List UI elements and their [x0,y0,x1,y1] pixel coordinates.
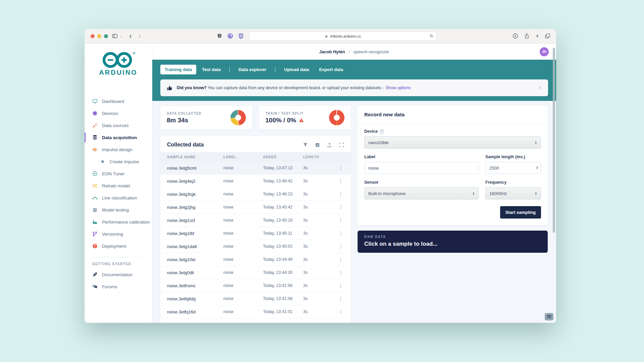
table-row[interactable]: noise.3etfromc noise Today, 13:41:58 3s … [160,279,351,292]
brand-wordmark: ARDUINO [85,69,152,76]
sidebar-item-forums[interactable]: Forums [85,281,152,293]
collected-data-title: Collected data [167,142,303,148]
sidebar-item-label: EON Tuner [102,171,125,176]
row-menu-icon[interactable]: ⋮ [337,204,344,210]
cell-added: Today, 13:45:18 [263,218,303,223]
close-window-button[interactable] [91,34,95,38]
cell-label: noise [223,192,263,196]
tab-upload-data[interactable]: Upload data [280,65,313,74]
row-menu-icon[interactable]: ⋮ [337,283,344,288]
stepper-icon[interactable]: ▲▼ [536,166,538,169]
table-row[interactable]: noise.3etg3rgk noise Today, 13:46:23 3s … [160,188,351,201]
table-row[interactable]: noise.3etfq8dg noise Today, 13:41:08 3s … [160,292,351,305]
sidebar-item-versioning[interactable]: Versioning [85,228,152,240]
tab-overview-icon[interactable] [545,33,550,39]
minimize-window-button[interactable] [97,34,101,38]
close-icon[interactable]: × [539,85,542,91]
extension-blocker-icon[interactable] [227,33,233,39]
breadcrumb-user[interactable]: Jacob Hylén [319,49,345,54]
show-options-link[interactable]: Show options [385,85,411,90]
scrollbar[interactable] [553,48,555,233]
tab-training-data[interactable]: Training data [160,65,196,74]
reload-icon[interactable]: ↻ [430,34,433,39]
zoom-window-button[interactable] [104,34,108,38]
downloads-icon[interactable] [513,33,518,39]
feedback-widget-button[interactable] [545,313,553,320]
label-input[interactable] [364,162,479,174]
upload-icon[interactable] [327,142,332,147]
row-menu-icon[interactable]: ⋮ [337,296,344,301]
breadcrumb: Jacob Hylén / speech-recognizer [319,49,389,54]
sidebar-item-deployment[interactable]: Deployment [85,240,152,252]
tab-export-data[interactable]: Export data [315,65,348,74]
banner-text: Did you know?You can capture data from a… [177,85,411,90]
arduino-logo[interactable]: ARDUINO [85,51,152,76]
cell-label: noise [223,179,263,183]
new-tab-icon[interactable]: + [535,33,539,39]
cell-sample-name: noise.3etg10ei [167,257,223,262]
sensor-select[interactable]: Built-in microphone ▲▼ [364,187,479,199]
table-row[interactable]: noise.3etfq16d noise Today, 13:41:01 3s … [160,305,351,318]
expand-icon[interactable] [339,142,344,147]
column-header: SAMPLE NAME [167,155,223,159]
label-label: Label [364,155,479,159]
table-row[interactable]: noise.3etg0dli noise Today, 13:44:30 3s … [160,266,351,279]
sidebar-item-impulse-design[interactable]: Impulse design [85,143,152,156]
row-menu-icon[interactable]: ⋮ [337,231,344,236]
table-row[interactable]: noise.3etg1l6f noise Today, 13:45:11 3s … [160,227,351,240]
stat-card: DATA COLLECTED 8m 34s [160,106,252,129]
row-menu-icon[interactable]: ⋮ [337,191,344,197]
sidebar-item-create-impulse[interactable]: Create impulse [85,156,152,168]
table-row[interactable]: noise.3etg1da6 noise Today, 13:45:02 3s … [160,240,351,253]
sidebar-item-dashboard[interactable]: Dashboard [85,95,152,107]
shuffle-icon [92,183,98,188]
start-sampling-button[interactable]: Start sampling [500,206,541,219]
cell-sample-name: noise.3etg5cml [167,166,223,171]
row-menu-icon[interactable]: ⋮ [337,165,344,171]
row-menu-icon[interactable]: ⋮ [337,309,344,314]
row-menu-icon[interactable]: ⋮ [337,178,344,184]
address-bar[interactable]: mltools.arduino.cc ↻ [249,32,437,41]
sample-length-input[interactable] [485,162,541,174]
help-icon[interactable]: ? [380,129,384,134]
table-row[interactable]: noise.3etg10ei noise Today, 13:44:49 3s … [160,253,351,266]
extension-shield-icon[interactable] [238,33,244,39]
sidebar-item-data-sources[interactable]: Data sources [85,119,152,131]
table-row[interactable]: noise.3etg2jhg noise Today, 13:45:42 3s … [160,201,351,214]
tab-data-explorer[interactable]: Data explorer [234,65,271,74]
cell-length: 3s [303,218,335,223]
device-select[interactable]: nano33ble ▲▼ [364,136,541,148]
forward-button[interactable]: › [139,33,141,40]
table-toolbar [303,142,344,147]
sidebar-item-performance-calibration[interactable]: Performance calibration [85,216,152,228]
table-row[interactable]: noise.3etg4ej2 noise Today, 13:46:42 3s … [160,175,351,188]
cell-sample-name: noise.3etfq8dg [167,296,223,301]
sidebar-item-model-testing[interactable]: Model testing [85,204,152,216]
tab-test-data[interactable]: Test data [198,65,225,74]
sidebar-item-label: Model testing [102,207,129,213]
avatar[interactable]: JH [540,47,549,56]
sidebar-item-live-classification[interactable]: Live classification [85,192,152,204]
filter-icon[interactable] [303,142,308,147]
cell-added: Today, 13:44:30 [263,270,303,275]
select-icon[interactable] [315,142,320,147]
sidebar-toggle-icon[interactable] [112,33,118,39]
back-button[interactable]: ‹ [129,33,131,40]
row-menu-icon[interactable]: ⋮ [337,257,344,262]
row-menu-icon[interactable]: ⋮ [337,244,344,249]
sidebar-item-retrain-model[interactable]: Retrain model [85,180,152,192]
row-menu-icon[interactable]: ⋮ [337,218,344,223]
stat-card: TRAIN / TEST SPLIT 100% / 0% [259,106,351,129]
sidebar-item-devices[interactable]: Devices [85,107,152,119]
sidebar-item-eon-tuner[interactable]: EON Tuner [85,168,152,180]
sidebar-item-data-acquisition[interactable]: Data acquisition [85,131,152,143]
sidebar-item-documentation[interactable]: Documentation [85,268,152,281]
privacy-shield-icon[interactable] [217,33,222,39]
table-row[interactable]: noise.3etg5cml noise Today, 13:47:13 3s … [160,162,351,175]
table-row[interactable]: noise.3etg1si3 noise Today, 13:45:18 3s … [160,214,351,227]
chevron-down-icon[interactable]: ⌄ [119,34,122,38]
row-menu-icon[interactable]: ⋮ [337,270,344,275]
share-icon[interactable] [524,33,530,39]
collected-data-panel: Collected data SAMPLE NAMELABELADDEDLENG… [160,136,351,323]
frequency-select[interactable]: 16000Hz ▲▼ [485,187,541,199]
